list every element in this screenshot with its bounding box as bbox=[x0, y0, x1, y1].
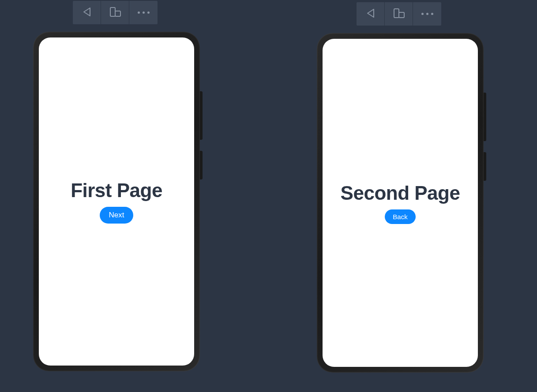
preview-toolbar bbox=[73, 1, 158, 24]
device-toggle-button[interactable] bbox=[101, 1, 129, 24]
more-dots-icon bbox=[421, 13, 433, 15]
device-icon bbox=[393, 8, 405, 20]
back-button[interactable] bbox=[357, 2, 385, 26]
preview-first-page: First Page Next bbox=[33, 1, 200, 371]
more-dots-icon bbox=[138, 11, 150, 14]
more-menu-button[interactable] bbox=[413, 2, 441, 26]
back-button-page[interactable]: Back bbox=[385, 209, 415, 224]
phone-screen: First Page Next bbox=[39, 37, 194, 366]
phone-frame: Second Page Back bbox=[317, 33, 484, 373]
phone-frame: First Page Next bbox=[33, 32, 200, 371]
phone-side-button bbox=[484, 152, 486, 181]
back-button[interactable] bbox=[73, 1, 101, 24]
phone-screen: Second Page Back bbox=[323, 39, 478, 367]
phone-side-button bbox=[200, 91, 203, 140]
phone-side-button bbox=[484, 93, 486, 141]
next-button[interactable]: Next bbox=[100, 207, 134, 224]
device-icon bbox=[109, 7, 121, 19]
preview-toolbar bbox=[357, 2, 441, 26]
svg-rect-0 bbox=[110, 7, 115, 16]
page-title: Second Page bbox=[341, 182, 460, 204]
more-menu-button[interactable] bbox=[129, 1, 158, 24]
preview-second-page: Second Page Back bbox=[317, 2, 484, 373]
svg-rect-1 bbox=[115, 11, 120, 16]
svg-rect-3 bbox=[399, 12, 404, 18]
back-triangle-icon bbox=[366, 8, 375, 20]
svg-rect-2 bbox=[394, 9, 399, 18]
device-toggle-button[interactable] bbox=[385, 2, 413, 26]
page-title: First Page bbox=[71, 179, 162, 202]
phone-side-button bbox=[200, 151, 203, 179]
back-triangle-icon bbox=[83, 7, 91, 19]
